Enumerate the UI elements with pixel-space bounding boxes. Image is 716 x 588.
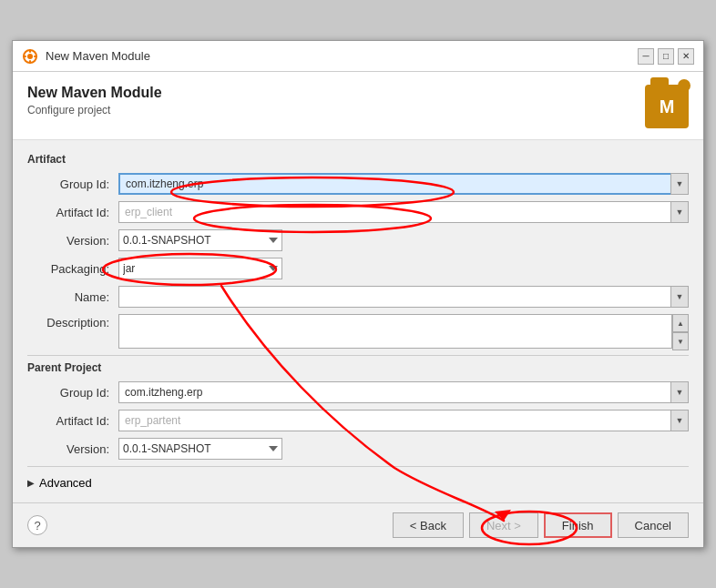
dialog-header: New Maven Module Configure project M (13, 72, 703, 140)
parent-group-id-dropdown-arrow[interactable]: ▼ (670, 381, 689, 403)
window-title: New Maven Module (46, 49, 150, 63)
maximize-button[interactable]: □ (658, 48, 674, 65)
parent-artifact-id-input[interactable] (118, 410, 689, 431)
name-row: Name: ▼ (27, 286, 689, 308)
dialog-footer: ? < Back Next > Finish Cancel (13, 502, 703, 547)
name-input-wrapper: ▼ (118, 286, 689, 308)
version-label: Version: (27, 234, 118, 248)
group-id-input-wrapper: ▼ (118, 173, 689, 195)
finish-button[interactable]: Finish (544, 512, 612, 538)
dialog-subtitle: Configure project (27, 104, 162, 117)
artifact-id-dropdown-arrow[interactable]: ▼ (670, 201, 689, 223)
packaging-label: Packaging: (27, 262, 118, 276)
window-icon (22, 48, 38, 65)
artifact-section-title: Artifact (27, 153, 689, 166)
svg-point-1 (27, 54, 33, 59)
window-controls: ─ □ ✕ (638, 48, 694, 65)
parent-artifact-id-row: Artifact Id: ▼ (27, 410, 689, 431)
parent-group-id-input[interactable] (118, 381, 689, 403)
svg-rect-4 (23, 56, 26, 57)
parent-artifact-id-dropdown-arrow[interactable]: ▼ (670, 410, 689, 431)
artifact-id-label: Artifact Id: (27, 206, 118, 219)
section-divider (27, 355, 689, 356)
next-button[interactable]: Next > (469, 512, 538, 538)
packaging-select[interactable]: jar war pom ear (118, 258, 282, 279)
name-dropdown-arrow[interactable]: ▼ (670, 286, 689, 308)
group-id-row: Group Id: ▼ (27, 173, 689, 195)
advanced-expand-icon: ▶ (27, 478, 35, 488)
name-label: Name: (27, 290, 118, 304)
group-id-label: Group Id: (27, 177, 118, 191)
parent-section-title: Parent Project (27, 361, 689, 374)
dialog-window: New Maven Module ─ □ ✕ New Maven Module … (12, 40, 704, 548)
description-wrapper: ▲ ▼ (118, 314, 689, 349)
parent-group-id-row: Group Id: ▼ (27, 381, 689, 403)
dialog-title: New Maven Module (27, 85, 162, 101)
artifact-id-input-wrapper: ▼ (118, 201, 689, 223)
cancel-button[interactable]: Cancel (618, 512, 689, 538)
footer-left: ? (27, 515, 47, 535)
form-content: Artifact Group Id: ▼ Artifact Id: ▼ Ver (13, 140, 703, 502)
footer-buttons: < Back Next > Finish Cancel (393, 512, 689, 538)
description-scroll-up[interactable]: ▲ (672, 314, 689, 332)
svg-rect-5 (34, 56, 37, 57)
close-button[interactable]: ✕ (678, 48, 694, 65)
parent-version-select[interactable]: 0.0.1-SNAPSHOT 1.0.0 (118, 438, 282, 460)
advanced-label: Advanced (39, 476, 92, 490)
advanced-divider (27, 466, 689, 467)
svg-rect-2 (29, 49, 31, 53)
description-scroll-arrows: ▲ ▼ (672, 314, 689, 350)
group-id-input[interactable] (118, 173, 689, 195)
name-input[interactable] (118, 286, 689, 308)
parent-group-id-label: Group Id: (27, 386, 118, 400)
version-row: Version: 0.0.1-SNAPSHOT 1.0.0 1.0.0-SNAP… (27, 229, 689, 251)
parent-group-id-wrapper: ▼ (118, 381, 689, 403)
description-scroll-down[interactable]: ▼ (672, 332, 689, 350)
maven-logo: M (645, 85, 689, 128)
description-input[interactable] (118, 314, 672, 349)
parent-version-row: Version: 0.0.1-SNAPSHOT 1.0.0 (27, 438, 689, 460)
description-row: Description: ▲ ▼ (27, 314, 689, 349)
packaging-row: Packaging: jar war pom ear (27, 258, 689, 279)
group-id-dropdown-arrow[interactable]: ▼ (670, 173, 689, 195)
help-button[interactable]: ? (27, 515, 47, 535)
back-button[interactable]: < Back (393, 512, 464, 538)
advanced-section[interactable]: ▶ Advanced (27, 472, 689, 493)
parent-artifact-id-wrapper: ▼ (118, 410, 689, 431)
artifact-id-row: Artifact Id: ▼ (27, 201, 689, 223)
description-label: Description: (27, 314, 118, 329)
svg-rect-3 (29, 60, 31, 64)
parent-version-label: Version: (27, 442, 118, 456)
minimize-button[interactable]: ─ (638, 48, 654, 65)
parent-artifact-id-label: Artifact Id: (27, 414, 118, 428)
version-select[interactable]: 0.0.1-SNAPSHOT 1.0.0 1.0.0-SNAPSHOT (118, 229, 282, 251)
artifact-id-input[interactable] (118, 201, 689, 223)
title-bar: New Maven Module ─ □ ✕ (13, 41, 703, 72)
